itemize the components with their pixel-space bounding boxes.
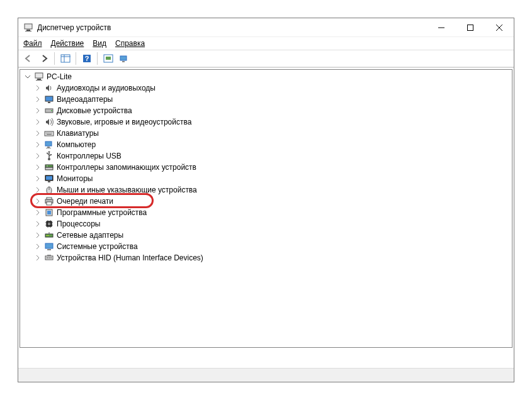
- device-tree[interactable]: PC-Lite Аудиовходы и аудиовыходыВидеоада…: [20, 69, 512, 348]
- chevron-right-icon[interactable]: [34, 164, 42, 171]
- chevron-right-icon[interactable]: [34, 209, 42, 216]
- svg-point-68: [47, 257, 48, 258]
- chevron-right-icon[interactable]: [34, 175, 42, 182]
- svg-point-35: [47, 153, 48, 154]
- display-icon: [44, 94, 54, 104]
- minimize-button[interactable]: [427, 18, 456, 36]
- chevron-right-icon[interactable]: [34, 107, 42, 114]
- toolbar-separator: [54, 52, 55, 65]
- svg-rect-28: [51, 133, 52, 133]
- svg-text:?: ?: [84, 55, 89, 62]
- chevron-right-icon[interactable]: [34, 96, 42, 103]
- chevron-right-icon[interactable]: [34, 84, 42, 92]
- svg-rect-7: [61, 55, 70, 62]
- scan-hardware-button[interactable]: [101, 52, 115, 65]
- system-icon: [44, 242, 54, 252]
- chevron-right-icon[interactable]: [34, 231, 42, 239]
- svg-point-70: [50, 257, 52, 258]
- tree-item-label: Контроллеры запоминающих устройств: [57, 163, 196, 172]
- app-icon: [23, 23, 33, 33]
- svg-rect-37: [45, 165, 53, 167]
- chevron-right-icon[interactable]: [34, 197, 42, 205]
- tree-item-label: Дисковые устройства: [57, 106, 132, 115]
- tree-item-label: Видеоадаптеры: [57, 95, 113, 104]
- tree-item[interactable]: Аудиовходы и аудиовыходы: [21, 82, 511, 94]
- chevron-right-icon[interactable]: [34, 141, 42, 148]
- forward-button[interactable]: [37, 52, 51, 65]
- tree-item[interactable]: Процессоры: [21, 218, 511, 230]
- tree-item[interactable]: Сетевые адаптеры: [21, 230, 511, 241]
- chevron-right-icon[interactable]: [34, 254, 42, 262]
- show-hide-tree-button[interactable]: [58, 52, 72, 65]
- svg-rect-29: [47, 134, 52, 135]
- tree-item-label: Клавиатуры: [57, 129, 99, 138]
- chevron-right-icon[interactable]: [34, 243, 42, 250]
- tree-item[interactable]: Дисковые устройства: [21, 105, 511, 116]
- chevron-down-icon[interactable]: [24, 73, 31, 81]
- tree-item-label: Программные устройства: [57, 208, 147, 217]
- tree-item-label: Процессоры: [57, 219, 101, 228]
- properties-button[interactable]: [116, 52, 131, 65]
- help-button[interactable]: ?: [79, 52, 94, 65]
- tree-item[interactable]: Программные устройства: [21, 207, 511, 218]
- content-area: PC-Lite Аудиовходы и аудиовыходыВидеоада…: [18, 67, 514, 368]
- monitor-icon: [44, 174, 54, 184]
- tree-item[interactable]: Мониторы: [21, 173, 511, 184]
- tree-item[interactable]: Очереди печати: [21, 196, 511, 207]
- toolbar: ?: [18, 50, 514, 67]
- disk-icon: [44, 106, 54, 116]
- svg-rect-49: [47, 211, 51, 214]
- menu-help[interactable]: Справка: [115, 39, 145, 48]
- tree-item[interactable]: Мыши и иные указывающие устройства: [21, 184, 511, 196]
- hid-icon: [44, 253, 54, 263]
- svg-rect-18: [36, 80, 42, 81]
- svg-rect-38: [45, 167, 53, 170]
- close-button[interactable]: [485, 18, 514, 36]
- svg-rect-17: [37, 79, 41, 80]
- menubar: Файл Действие Вид Справка: [18, 37, 514, 50]
- chevron-right-icon[interactable]: [34, 152, 42, 160]
- tree-item[interactable]: Компьютер: [21, 139, 511, 150]
- maximize-button[interactable]: [456, 18, 485, 36]
- mouse-icon: [44, 185, 54, 195]
- tree-root[interactable]: PC-Lite: [21, 71, 511, 82]
- cpu-icon: [44, 219, 54, 229]
- svg-rect-51: [48, 223, 50, 225]
- usb-icon: [44, 151, 54, 161]
- computer-icon: [34, 72, 44, 82]
- tree-item[interactable]: Контроллеры запоминающих устройств: [21, 162, 511, 173]
- highlight-annotation: Очереди печати: [21, 196, 511, 207]
- tree-item-label: Устройства HID (Human Interface Devices): [57, 253, 203, 262]
- titlebar[interactable]: Диспетчер устройств: [18, 18, 514, 37]
- svg-rect-19: [45, 96, 53, 101]
- svg-rect-32: [46, 148, 51, 148]
- svg-rect-24: [46, 133, 47, 133]
- back-button[interactable]: [21, 52, 35, 65]
- tree-item[interactable]: Контроллеры USB: [21, 150, 511, 162]
- svg-rect-23: [45, 131, 54, 136]
- svg-rect-31: [47, 147, 50, 148]
- network-icon: [44, 230, 54, 240]
- tree-item[interactable]: Устройства HID (Human Interface Devices): [21, 252, 511, 264]
- chevron-right-icon[interactable]: [34, 186, 42, 194]
- menu-file[interactable]: Файл: [23, 39, 42, 48]
- svg-point-69: [48, 257, 50, 258]
- software-icon: [44, 208, 54, 218]
- svg-rect-27: [50, 133, 50, 133]
- tree-item[interactable]: Клавиатуры: [21, 128, 511, 139]
- keyboard-icon: [44, 128, 54, 138]
- window-frame: Диспетчер устройств Файл Действие Вид Сп…: [18, 18, 514, 382]
- svg-rect-47: [47, 202, 52, 205]
- menu-action[interactable]: Действие: [51, 39, 84, 48]
- tree-item[interactable]: Системные устройства: [21, 241, 511, 252]
- chevron-right-icon[interactable]: [34, 220, 42, 228]
- menu-view[interactable]: Вид: [93, 39, 106, 48]
- tree-item-label: Контроллеры USB: [57, 152, 122, 160]
- svg-rect-16: [35, 73, 43, 78]
- tree-item[interactable]: Звуковые, игровые и видеоустройства: [21, 116, 511, 128]
- svg-rect-4: [468, 25, 473, 30]
- tree-item[interactable]: Видеоадаптеры: [21, 94, 511, 105]
- chevron-right-icon[interactable]: [34, 130, 42, 137]
- chevron-right-icon[interactable]: [34, 118, 42, 126]
- tree-item-label: Аудиовходы и аудиовыходы: [57, 84, 156, 92]
